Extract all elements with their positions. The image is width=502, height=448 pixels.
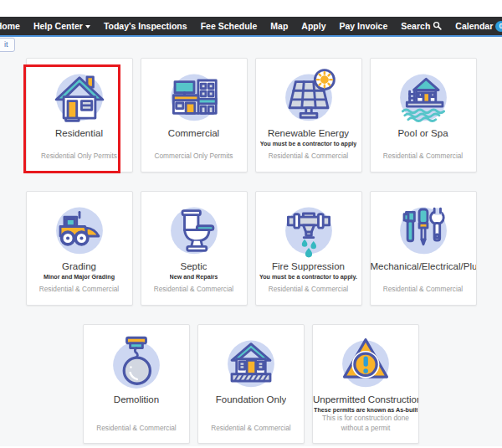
- grading-icon: [45, 194, 114, 263]
- card-renewable-energy[interactable]: Renewable EnergyYou must be a contractor…: [255, 58, 362, 173]
- card-residential[interactable]: ResidentialResidential Only Permits: [26, 58, 133, 173]
- calendar-count-badge: 0: [495, 21, 502, 32]
- card-title: Residential: [55, 128, 103, 138]
- card-footer: Residential & Commercial: [31, 285, 127, 295]
- demolition-icon: [102, 327, 171, 396]
- card-grid-bottom-row: DemolitionResidential & CommercialFounda…: [0, 324, 502, 444]
- card-footer: Residential & Commercial: [146, 285, 242, 295]
- card-subtitle: You must be a contractor to apply: [260, 140, 357, 147]
- nav-item-label: Apply: [301, 21, 325, 31]
- card-title: Renewable Energy: [268, 128, 349, 138]
- nav-item-apply[interactable]: Apply: [301, 21, 325, 31]
- card-subtitle: These permits are known as As-built perm…: [314, 406, 417, 414]
- card-septic[interactable]: SepticNew and RepairsResidential & Comme…: [141, 191, 248, 306]
- nav-item-label: Calendar: [455, 21, 493, 31]
- card-footer: Residential & Commercial: [260, 152, 356, 162]
- commercial-icon: [160, 61, 228, 130]
- search-icon: [433, 21, 442, 32]
- card-title: Pool or Spa: [397, 128, 448, 138]
- card-title: Grading: [62, 261, 96, 271]
- nav-item-label: Fee Schedule: [201, 21, 258, 31]
- edge-partial-button[interactable]: it: [0, 38, 15, 52]
- nav-item-search[interactable]: Search: [401, 21, 442, 32]
- card-subtitle: You must be a contractor to apply.: [259, 273, 357, 281]
- card-mechanical-electrical-plumbing[interactable]: Mechanical/Electrical/Plu...Residential …: [370, 191, 477, 306]
- card-footer: This is for construction done without a …: [313, 414, 418, 433]
- chevron-down-icon: [85, 25, 90, 28]
- card-demolition[interactable]: DemolitionResidential & Commercial: [83, 324, 190, 444]
- card-footer: Residential & Commercial: [375, 285, 471, 295]
- foundation-only-icon: [217, 327, 285, 396]
- card-title: Fire Suppression: [272, 261, 345, 271]
- nav-item-label: Map: [270, 21, 288, 31]
- nav-item-label: Today's Inspections: [104, 21, 187, 31]
- card-subtitle: Minor and Major Grading: [44, 273, 115, 281]
- permit-type-selection: ResidentialResidential Only PermitsComme…: [0, 37, 502, 446]
- card-unpermitted-construction[interactable]: Unpermitted ConstructionThese permits ar…: [312, 324, 419, 444]
- card-title: Foundation Only: [216, 394, 286, 404]
- card-fire-suppression[interactable]: Fire SuppressionYou must be a contractor…: [255, 191, 362, 306]
- septic-icon: [160, 194, 228, 263]
- nav-item-label: Help Center: [33, 21, 83, 31]
- card-title: Demolition: [114, 394, 159, 404]
- nav-item-calendar[interactable]: Calendar0: [455, 21, 502, 32]
- card-grid: ResidentialResidential Only PermitsComme…: [26, 58, 477, 306]
- residential-icon: [45, 61, 114, 130]
- card-title: Septic: [181, 261, 207, 271]
- card-grading[interactable]: GradingMinor and Major GradingResidentia…: [26, 191, 133, 306]
- nav-item-label: Search: [401, 21, 430, 31]
- card-subtitle: New and Repairs: [170, 273, 218, 281]
- fire-suppression-icon: [274, 194, 343, 263]
- card-footer: Residential & Commercial: [375, 152, 471, 162]
- card-pool-or-spa[interactable]: Pool or SpaResidential & Commercial: [370, 58, 477, 173]
- card-footer: Residential & Commercial: [202, 424, 299, 434]
- card-title: Commercial: [168, 128, 219, 138]
- card-footer: Residential & Commercial: [88, 424, 184, 434]
- nav-item-help-center[interactable]: Help Center: [33, 21, 90, 31]
- nav-item-label: Home: [0, 21, 20, 31]
- mechanical-electrical-plumbing-icon: [389, 194, 458, 263]
- nav-item-home[interactable]: Home: [0, 21, 20, 31]
- card-footer: Commercial Only Permits: [146, 152, 241, 162]
- nav-item-fee-schedule[interactable]: Fee Schedule: [201, 21, 258, 31]
- card-footer: Residential Only Permits: [33, 152, 126, 162]
- pool-or-spa-icon: [389, 61, 458, 130]
- nav-item-today-s-inspections[interactable]: Today's Inspections: [104, 21, 187, 31]
- nav-item-map[interactable]: Map: [270, 21, 288, 31]
- unpermitted-construction-icon: [331, 327, 400, 396]
- top-nav: HomeHelp CenterToday's InspectionsFee Sc…: [0, 17, 502, 37]
- card-title: Unpermitted Construction: [313, 394, 418, 404]
- renewable-energy-icon: [274, 61, 343, 130]
- nav-item-pay-invoice[interactable]: Pay Invoice: [340, 21, 388, 31]
- card-commercial[interactable]: CommercialCommercial Only Permits: [141, 58, 248, 173]
- card-title: Mechanical/Electrical/Plu...: [371, 261, 476, 271]
- card-footer: Residential & Commercial: [260, 285, 356, 295]
- nav-item-label: Pay Invoice: [340, 21, 388, 31]
- card-foundation-only[interactable]: Foundation OnlyResidential & Commercial: [197, 324, 305, 444]
